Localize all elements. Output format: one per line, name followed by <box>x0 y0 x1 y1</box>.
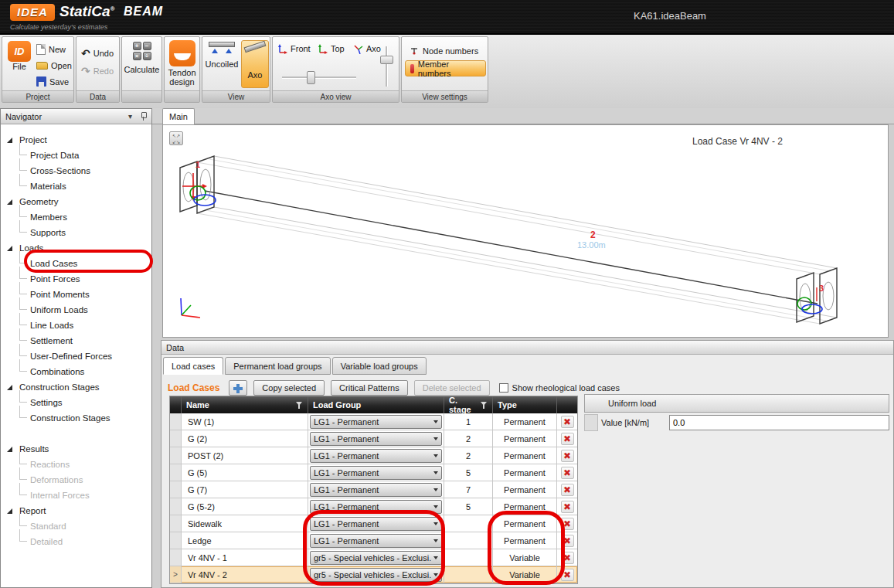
row-name-cell[interactable]: G (7) <box>182 481 308 498</box>
row-marker-cell[interactable] <box>170 430 182 447</box>
row-marker-cell[interactable] <box>170 447 182 464</box>
viewport-3d[interactable]: ↖↗ ↙↘ Load Case Vr 4NV - 2 1 2 <box>162 124 889 338</box>
horizontal-slider-track[interactable] <box>282 76 356 79</box>
delete-selected-button[interactable]: Delete selected <box>414 380 490 396</box>
delete-row-button[interactable]: ✖ <box>561 569 574 581</box>
delete-row-button[interactable]: ✖ <box>561 518 574 530</box>
critical-patterns-button[interactable]: Critical Patterns <box>331 380 408 396</box>
row-c-stage-cell[interactable] <box>444 566 493 583</box>
tab-main[interactable]: Main <box>162 108 195 124</box>
row-c-stage-cell[interactable] <box>444 532 493 549</box>
row-marker-cell[interactable] <box>170 549 182 566</box>
copy-selected-button[interactable]: Copy selected <box>253 380 325 396</box>
uniform-load-value-input[interactable] <box>669 415 889 430</box>
row-name-cell[interactable]: Vr 4NV - 2 <box>182 566 308 583</box>
row-type-cell[interactable]: Permanent <box>493 430 557 447</box>
row-c-stage-cell[interactable] <box>444 549 493 566</box>
load-group-dropdown[interactable]: gr5 - Special vehicles - Exclusi... <box>310 551 442 565</box>
member-numbers-button[interactable]: Member numbers <box>405 60 486 76</box>
header-type[interactable]: Type <box>493 396 557 413</box>
front-view-button[interactable]: Front <box>277 43 311 54</box>
table-row[interactable]: Vr 4NV - 1gr5 - Special vehicles - Exclu… <box>170 549 577 566</box>
row-name-cell[interactable]: G (5-2) <box>182 498 308 515</box>
row-name-cell[interactable]: Sidewalk <box>182 515 308 532</box>
tab-load-cases[interactable]: Load cases <box>163 357 223 375</box>
table-row[interactable]: SidewalkLG1 - PermanentPermanent✖ <box>170 515 577 532</box>
horizontal-slider-thumb[interactable] <box>307 71 315 84</box>
row-name-cell[interactable]: G (5) <box>182 464 308 481</box>
row-type-cell[interactable]: Permanent <box>493 464 557 481</box>
row-marker-cell[interactable]: > <box>170 566 182 583</box>
axo-view-mode-button[interactable]: Axo <box>353 43 381 54</box>
open-button[interactable]: Open <box>36 57 72 73</box>
row-type-cell[interactable]: Permanent <box>493 481 557 498</box>
row-marker-cell[interactable] <box>170 464 182 481</box>
delete-row-button[interactable]: ✖ <box>561 433 574 445</box>
load-group-dropdown[interactable]: LG1 - Permanent <box>310 534 442 548</box>
nav-item-materials[interactable]: Materials <box>1 178 151 194</box>
load-group-dropdown[interactable]: LG1 - Permanent <box>310 466 442 480</box>
delete-row-button[interactable]: ✖ <box>561 467 574 479</box>
vertical-slider-track[interactable] <box>386 46 388 87</box>
row-type-cell[interactable]: Permanent <box>493 413 557 430</box>
delete-row-button[interactable]: ✖ <box>561 501 574 513</box>
save-button[interactable]: Save <box>36 73 72 90</box>
file-button[interactable]: ID File <box>5 41 33 71</box>
load-group-dropdown[interactable]: LG1 - Permanent <box>310 517 442 531</box>
load-group-dropdown[interactable]: LG1 - Permanent <box>310 449 442 463</box>
header-load-group[interactable]: Load Group <box>308 396 444 413</box>
row-type-cell[interactable]: Variable <box>493 549 557 566</box>
show-rheological-checkbox[interactable] <box>499 383 508 393</box>
row-name-cell[interactable]: Vr 4NV - 1 <box>182 549 308 566</box>
header-c-stage[interactable]: C. stage <box>444 396 493 413</box>
delete-row-button[interactable]: ✖ <box>561 552 574 564</box>
filter-icon[interactable] <box>481 402 488 409</box>
row-type-cell[interactable]: Variable <box>493 566 557 583</box>
row-c-stage-cell[interactable]: 5 <box>444 498 493 515</box>
row-marker-cell[interactable] <box>170 413 182 430</box>
pin-icon[interactable] <box>140 112 147 121</box>
axo-view-button[interactable]: Axo <box>241 40 269 88</box>
row-type-cell[interactable]: Permanent <box>493 532 557 549</box>
row-type-cell[interactable]: Permanent <box>493 498 557 515</box>
row-c-stage-cell[interactable]: 7 <box>444 481 493 498</box>
node-numbers-button[interactable]: Node numbers <box>405 42 483 59</box>
table-row[interactable]: >Vr 4NV - 2gr5 - Special vehicles - Excl… <box>170 566 577 583</box>
table-row[interactable]: G (5)LG1 - Permanent5Permanent✖ <box>170 464 577 481</box>
table-row[interactable]: POST (2)LG1 - Permanent2Permanent✖ <box>170 447 577 464</box>
undo-button[interactable]: ↶Undo <box>81 45 114 61</box>
nav-item-combinations[interactable]: Combinations <box>1 364 151 379</box>
load-group-dropdown[interactable]: LG1 - Permanent <box>310 483 442 497</box>
tab-permanent-load-groups[interactable]: Permanent load groups <box>225 357 330 375</box>
load-group-dropdown[interactable]: gr5 - Special vehicles - Exclusi... <box>310 568 442 582</box>
table-row[interactable]: SW (1)LG1 - Permanent1Permanent✖ <box>170 413 577 430</box>
calculate-button[interactable]: + − × ÷ Calculate <box>122 42 161 74</box>
table-row[interactable]: G (2)LG1 - Permanent2Permanent✖ <box>170 430 577 447</box>
row-name-cell[interactable]: G (2) <box>182 430 308 447</box>
tendon-design-button[interactable]: Tendon design <box>165 40 199 87</box>
load-group-dropdown[interactable]: LG1 - Permanent <box>310 432 442 446</box>
delete-row-button[interactable]: ✖ <box>561 484 574 496</box>
delete-row-button[interactable]: ✖ <box>561 416 574 428</box>
table-row[interactable]: G (5-2)LG1 - Permanent5Permanent✖ <box>170 498 577 515</box>
delete-row-button[interactable]: ✖ <box>561 535 574 547</box>
row-marker-cell[interactable] <box>170 515 182 532</box>
add-load-case-button[interactable] <box>229 380 247 396</box>
delete-row-button[interactable]: ✖ <box>561 450 574 462</box>
new-button[interactable]: New <box>36 41 72 57</box>
load-group-dropdown[interactable]: LG1 - Permanent <box>310 500 442 514</box>
filter-icon[interactable] <box>296 402 303 409</box>
row-marker-cell[interactable] <box>170 481 182 498</box>
tab-variable-load-groups[interactable]: Variable load groups <box>332 357 427 375</box>
row-c-stage-cell[interactable]: 2 <box>444 447 493 464</box>
row-type-cell[interactable]: Permanent <box>493 515 557 532</box>
nav-item-construction-stages[interactable]: Construction Stages <box>1 410 151 426</box>
nav-item-supports[interactable]: Supports <box>1 225 151 240</box>
row-marker-cell[interactable] <box>170 498 182 515</box>
table-row[interactable]: LedgeLG1 - PermanentPermanent✖ <box>170 532 577 549</box>
row-c-stage-cell[interactable]: 2 <box>444 430 493 447</box>
row-c-stage-cell[interactable]: 5 <box>444 464 493 481</box>
uncoiled-button[interactable]: Uncoiled <box>205 42 239 69</box>
row-type-cell[interactable]: Permanent <box>493 447 557 464</box>
row-marker-cell[interactable] <box>170 532 182 549</box>
